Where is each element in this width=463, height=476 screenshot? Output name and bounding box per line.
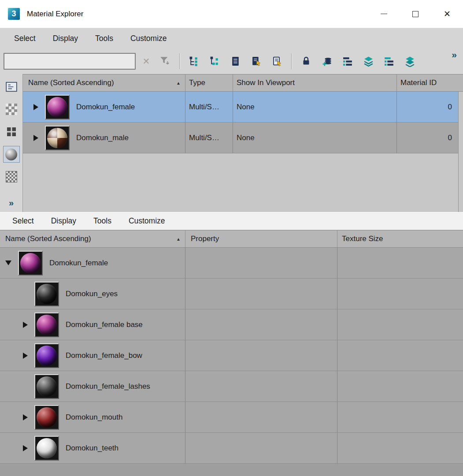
layers-teal-icon[interactable]	[401, 52, 418, 70]
material-thumbnail	[34, 436, 59, 461]
lock-icon[interactable]	[298, 52, 315, 70]
menu-customize[interactable]: Customize	[130, 34, 167, 43]
column-header-show-in-viewport[interactable]: Show In Viewport	[233, 74, 396, 91]
expand-tree-icon[interactable]	[186, 52, 203, 70]
layers-icon[interactable]	[360, 52, 377, 70]
sort-ascending-icon: ▲	[176, 237, 181, 242]
tree-row-domokun-female-base[interactable]: Domokun_female base	[0, 309, 463, 340]
name-cell: Domokun_teeth	[0, 433, 185, 463]
properties-table-header: Name (Sorted Ascending) ▲ Property Textu…	[0, 230, 463, 248]
property-cell	[185, 371, 337, 402]
material-id-cell: 0	[396, 123, 458, 153]
collapse-tree-icon[interactable]	[207, 52, 223, 70]
expand-arrow-icon[interactable]	[33, 135, 38, 141]
type-cell: Multi/S…	[185, 123, 233, 153]
hierarchy-list-teal-icon[interactable]	[381, 52, 397, 70]
material-sphere	[37, 346, 57, 366]
clear-search-icon[interactable]: ✕	[140, 56, 153, 67]
material-thumbnail	[34, 343, 59, 368]
collapse-arrow-icon[interactable]	[5, 260, 11, 265]
document-outline-pick-icon[interactable]	[269, 52, 285, 70]
column-header-name[interactable]: Name (Sorted Ascending) ▲	[23, 74, 185, 91]
tree-row-domokun-female[interactable]: Domokun_female	[0, 248, 463, 279]
menu-customize[interactable]: Customize	[129, 216, 165, 226]
hierarchy-list-icon[interactable]	[339, 52, 356, 70]
column-header-type[interactable]: Type	[185, 74, 233, 91]
expand-arrow-icon[interactable]	[23, 414, 28, 420]
filter-icon[interactable]	[157, 52, 174, 70]
material-name: Domokun_mouth	[66, 413, 122, 422]
list-view-icon[interactable]	[3, 78, 20, 95]
scrollbar-track[interactable]	[458, 92, 463, 212]
search-input[interactable]	[4, 53, 136, 70]
property-cell	[185, 279, 337, 309]
tile-view-icon[interactable]	[3, 123, 20, 140]
toolbar-separator	[179, 53, 180, 69]
column-header-name[interactable]: Name (Sorted Ascending) ▲	[0, 231, 185, 247]
expand-arrow-icon[interactable]	[23, 322, 28, 328]
table-empty-area	[23, 153, 463, 212]
material-name: Domokun_female	[49, 259, 108, 268]
material-name: Domokun_female_lashes	[66, 382, 150, 391]
expander-spacer	[23, 386, 28, 387]
table-filler	[0, 464, 463, 476]
texture-size-cell	[337, 402, 463, 432]
checker-glyph	[6, 104, 17, 115]
material-id-cell: 0	[396, 92, 458, 122]
menu-select[interactable]: Select	[12, 216, 34, 226]
menu-display[interactable]: Display	[51, 216, 76, 226]
menu-select[interactable]: Select	[14, 34, 36, 43]
toolbar-overflow-chevron-icon[interactable]: »	[452, 48, 459, 60]
close-button[interactable]: ✕	[431, 0, 463, 28]
name-cell: Domokun_eyes	[0, 279, 185, 309]
minimize-button[interactable]	[368, 0, 400, 28]
material-sphere-view-icon[interactable]	[3, 146, 20, 163]
tree-row-domokun-female-lashes[interactable]: Domokun_female_lashes	[0, 371, 463, 402]
document-pick-icon[interactable]	[248, 52, 265, 70]
material-name: Domokun_teeth	[66, 444, 119, 453]
show-in-viewport-cell: None	[233, 92, 396, 122]
expand-arrow-icon[interactable]	[23, 353, 28, 359]
expand-arrow-icon[interactable]	[33, 104, 38, 110]
column-header-texture-size[interactable]: Texture Size	[337, 231, 463, 247]
name-cell: Domokun_female_lashes	[0, 371, 185, 402]
add-coins-icon[interactable]	[319, 52, 335, 70]
tree-row-domokun-female-bow[interactable]: Domokun_female_bow	[0, 340, 463, 371]
materials-table: Name (Sorted Ascending) ▲ Type Show In V…	[23, 74, 463, 212]
3ds-max-logo-icon: 3	[8, 8, 20, 20]
property-cell	[185, 340, 337, 371]
property-cell	[185, 402, 337, 432]
tree-row-domokun-teeth[interactable]: Domokun_teeth	[0, 433, 463, 464]
maximize-icon	[412, 11, 419, 17]
lower-menubar: Select Display Tools Customize	[0, 212, 463, 230]
name-cell: Domokun_female base	[0, 309, 185, 340]
sphere-glyph	[5, 149, 17, 160]
material-name: Domokun_female	[76, 103, 135, 112]
property-cell	[185, 248, 337, 278]
map-checker-glyph	[6, 171, 17, 182]
checker-view-icon[interactable]	[3, 101, 20, 118]
side-toolbar-overflow-chevron-icon[interactable]: »	[9, 198, 14, 208]
menu-tools[interactable]: Tools	[95, 34, 113, 43]
window-controls: ✕	[368, 0, 463, 28]
map-checker-view-icon[interactable]	[3, 168, 20, 185]
table-row-domokun-female[interactable]: Domokun_female Multi/S… None 0	[23, 92, 463, 123]
column-header-material-id[interactable]: Material ID	[396, 74, 458, 91]
material-sphere	[37, 284, 57, 304]
top-menubar: Select Display Tools Customize	[0, 28, 463, 48]
texture-size-cell	[337, 340, 463, 371]
material-thumbnail	[18, 251, 43, 275]
menu-display[interactable]: Display	[53, 34, 78, 43]
table-row-domokun-male[interactable]: Domokun_male Multi/S… None 0	[23, 123, 463, 153]
material-sphere	[37, 407, 57, 428]
maximize-button[interactable]	[400, 0, 431, 28]
upper-pane: » Name (Sorted Ascending) ▲ Type Show In…	[0, 74, 463, 212]
tree-row-domokun-eyes[interactable]: Domokun_eyes	[0, 279, 463, 309]
expand-arrow-icon[interactable]	[23, 445, 28, 451]
column-header-property[interactable]: Property	[185, 231, 337, 247]
material-sphere	[47, 128, 67, 148]
tree-row-domokun-mouth[interactable]: Domokun_mouth	[0, 402, 463, 433]
close-icon: ✕	[444, 10, 451, 18]
menu-tools[interactable]: Tools	[93, 216, 111, 226]
document-lines-icon[interactable]	[227, 52, 244, 70]
